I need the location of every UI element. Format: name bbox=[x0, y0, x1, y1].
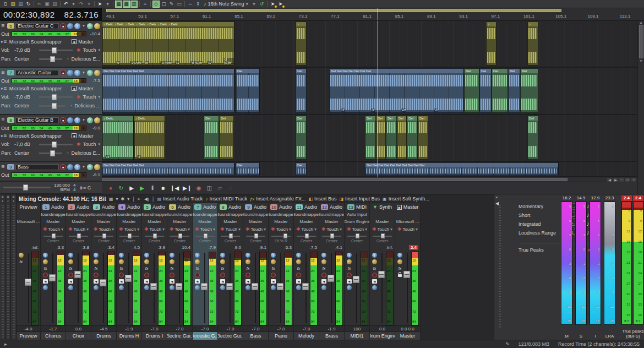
mute-icon[interactable]: ◀ bbox=[144, 279, 149, 284]
strip-automation[interactable]: ✱Touch▾ bbox=[41, 225, 66, 233]
track-fx-plugin-icon[interactable]: ◔ bbox=[66, 150, 69, 156]
gain-icon[interactable] bbox=[321, 259, 326, 264]
hscroll-control-0[interactable]: ◀ bbox=[607, 178, 612, 182]
timeline-ruler[interactable]: 49.153.157.161.165.169.173.177.181.185.1… bbox=[102, 8, 644, 21]
track-name-input[interactable]: Acoustic Guitar bbox=[15, 70, 59, 76]
mute-icon[interactable]: ◀ bbox=[43, 279, 48, 284]
audio-clip[interactable]: Del Del Del Del Del Del Del -1-1+3-1 bbox=[329, 68, 464, 113]
assignable-fx-icon[interactable]: fx bbox=[170, 266, 174, 271]
channel-fader[interactable] bbox=[252, 283, 258, 290]
key-indicator[interactable]: ⋔= C bbox=[79, 185, 91, 191]
automation-mode[interactable]: Touch bbox=[83, 94, 96, 100]
strip-name[interactable]: Drums bbox=[91, 331, 116, 340]
audio-clip[interactable]: Del bbox=[527, 116, 538, 160]
insert-button-5[interactable]: ▣Insert Soft Synth... bbox=[383, 196, 429, 202]
strip-name[interactable]: Electric Gui... bbox=[218, 331, 243, 340]
track-resize-handle[interactable]: ☰ bbox=[1, 118, 6, 122]
strip-pan-slider[interactable] bbox=[218, 233, 243, 239]
hscroll-thumb[interactable] bbox=[102, 178, 567, 181]
assignable-fx-icon[interactable]: fx bbox=[195, 266, 200, 271]
strip-pan-slider[interactable] bbox=[370, 233, 395, 239]
gain-icon[interactable] bbox=[347, 259, 352, 264]
pointer-chevron-icon[interactable]: ▾ bbox=[104, 1, 111, 8]
strip-name[interactable]: Acoustic G... bbox=[193, 331, 217, 340]
strip-pan-slider[interactable] bbox=[41, 233, 66, 239]
audio-clip[interactable]: Del Del Del Del Del Del Del bbox=[102, 68, 234, 113]
channel-fader[interactable] bbox=[74, 271, 81, 278]
copy-icon[interactable]: ▣ bbox=[43, 1, 51, 8]
strip-input[interactable] bbox=[370, 211, 395, 218]
strip-pan-slider[interactable] bbox=[319, 233, 344, 239]
record-arm-icon[interactable] bbox=[43, 273, 48, 278]
strip-bus[interactable]: Master bbox=[370, 218, 395, 225]
strip-bus[interactable]: Master bbox=[66, 218, 91, 225]
solo-icon[interactable] bbox=[119, 285, 124, 290]
mixer-strip-acoustic-g-[interactable]: 7AudioSoundmapperMaster✱Touch▾Center-7.9… bbox=[193, 203, 218, 340]
automation-chevron[interactable]: ▾ bbox=[81, 117, 86, 123]
assignable-fx-icon[interactable]: fx bbox=[372, 266, 377, 271]
vscroll-up[interactable]: ▲ bbox=[640, 21, 643, 24]
strip-name[interactable]: MIDI1 bbox=[345, 331, 369, 340]
track-header-acoustic-guitar[interactable]: ☰7Acoustic Guitar●ƒ▾ƒOut8172635445362718… bbox=[0, 68, 102, 115]
channel-fader[interactable] bbox=[201, 283, 208, 290]
track-name-input[interactable]: Electric Guitar B bbox=[15, 117, 59, 123]
mute-button[interactable] bbox=[67, 164, 73, 170]
mute-icon[interactable]: ◀ bbox=[296, 279, 301, 284]
mixer-strip-drum-engine[interactable]: ▼SynthMaster✱Touch▾Center-inf.ƒfx◀122436… bbox=[370, 203, 395, 340]
mute-icon[interactable]: ◀ bbox=[94, 279, 99, 284]
strip-name[interactable]: Choir bbox=[66, 331, 91, 340]
pan-slider[interactable] bbox=[39, 58, 62, 60]
insert-button-1[interactable]: ♪Insert MIDI Track bbox=[205, 196, 247, 202]
channel-fader[interactable] bbox=[403, 271, 410, 278]
loop-playback-button[interactable]: ↻ bbox=[118, 185, 124, 191]
metronome-button[interactable]: ◫ bbox=[206, 185, 212, 191]
mixer-strip-bass[interactable]: 9AudioSoundmapperMaster✱Touch▾Center-9.1… bbox=[243, 203, 269, 340]
assignable-fx-icon[interactable]: fx bbox=[296, 266, 301, 271]
strip-pan-slider[interactable] bbox=[193, 233, 217, 239]
gain-icon[interactable] bbox=[397, 259, 402, 264]
device-name[interactable]: Microsoft Soundmapper bbox=[9, 39, 62, 45]
draw-tool-icon[interactable]: ◇ bbox=[152, 1, 160, 8]
strip-bus[interactable]: Drum Engine bbox=[345, 218, 369, 225]
track-header-bass[interactable]: ☰9Bass●ƒ▾ƒOut81726354453627189-9.1 bbox=[0, 162, 102, 182]
strip-pan-slider[interactable] bbox=[243, 233, 268, 239]
track-lane-0[interactable]: ♪ Delic ♪ Delic ♪ Delic ♪ Delic ♪ Delic … bbox=[102, 21, 637, 68]
lock-icon[interactable] bbox=[398, 274, 402, 277]
track-lane-3[interactable]: Del Del Del Del Del Del Del Del Del Del … bbox=[102, 162, 637, 177]
record-arm-icon[interactable] bbox=[321, 273, 326, 278]
fx-chain-icon[interactable]: ƒ bbox=[43, 253, 48, 258]
erase-tool-icon[interactable]: ▭ bbox=[176, 1, 183, 8]
gain-icon[interactable] bbox=[170, 259, 174, 264]
fx-chain-icon[interactable]: ƒ bbox=[271, 253, 276, 258]
strip-bus[interactable]: Master bbox=[41, 218, 66, 225]
strip-automation[interactable] bbox=[17, 225, 40, 233]
pitch-shift-tool-icon[interactable]: ⇕ bbox=[194, 1, 201, 8]
channel-fader[interactable] bbox=[49, 274, 56, 281]
channel-fader[interactable] bbox=[150, 283, 157, 290]
audio-clip[interactable]: ♪ bbox=[296, 21, 307, 66]
record-arm-icon[interactable] bbox=[195, 273, 200, 278]
record-arm-icon[interactable] bbox=[94, 273, 99, 278]
strip-automation[interactable]: ✱Touch▾ bbox=[91, 225, 116, 233]
strip-bus[interactable]: Master bbox=[269, 218, 293, 225]
strip-bus[interactable]: Master bbox=[319, 218, 344, 225]
audio-clip[interactable]: Del bbox=[296, 116, 307, 160]
channel-fader[interactable] bbox=[277, 283, 283, 290]
collapsed-panes[interactable]: ×‹×‹×‹ bbox=[0, 194, 17, 340]
gain-icon[interactable] bbox=[43, 259, 48, 264]
automation-chevron[interactable]: ▾ bbox=[81, 70, 86, 76]
mixer-toolbar-icon-1[interactable]: ▾ bbox=[116, 197, 118, 202]
collapsed-pane-0[interactable]: ×‹ bbox=[0, 194, 6, 340]
new-file-icon[interactable]: ▯ bbox=[2, 1, 9, 8]
vol-value[interactable]: -7,0 dB bbox=[14, 94, 35, 100]
fx-chain-icon[interactable]: ƒ bbox=[68, 253, 73, 258]
strip-input[interactable]: Soundmapper bbox=[142, 211, 167, 218]
strip-bus[interactable]: Master bbox=[167, 218, 192, 225]
fx-chain-icon[interactable]: ƒ bbox=[119, 253, 124, 258]
strip-name[interactable]: Brass bbox=[319, 331, 344, 340]
track-name-input[interactable]: Bass bbox=[15, 164, 59, 170]
vertical-scrollbar[interactable]: ▲▼ bbox=[637, 21, 644, 194]
mixer-toolbar-icon-6[interactable]: ◀) bbox=[144, 197, 149, 202]
pane-close-icon[interactable]: × bbox=[1, 195, 3, 199]
record-arm-icon[interactable] bbox=[296, 273, 301, 278]
